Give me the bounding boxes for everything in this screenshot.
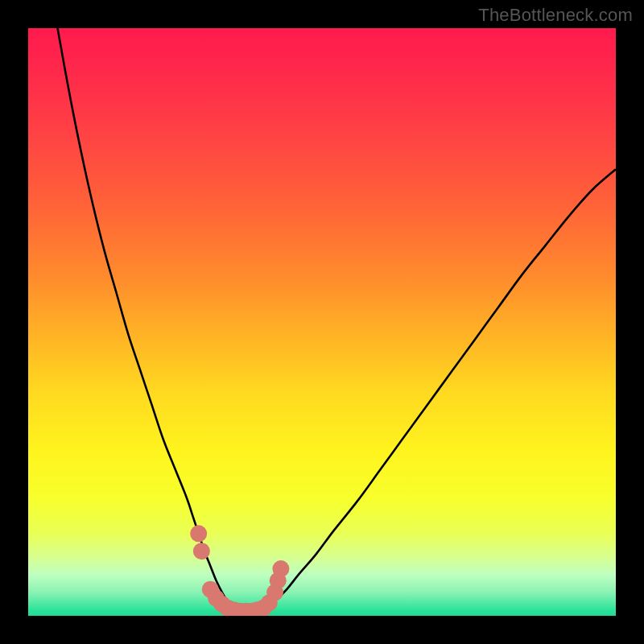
floor-dot (190, 525, 207, 542)
floor-dot (272, 560, 289, 577)
curve-left (58, 28, 234, 610)
chart-plot-area (28, 28, 616, 616)
chart-frame: TheBottleneck.com (0, 0, 644, 644)
floor-dot (193, 543, 210, 559)
floor-dots-group (190, 525, 289, 616)
curve-right (263, 169, 616, 610)
chart-svg (28, 28, 616, 616)
watermark-label: TheBottleneck.com (478, 5, 633, 26)
